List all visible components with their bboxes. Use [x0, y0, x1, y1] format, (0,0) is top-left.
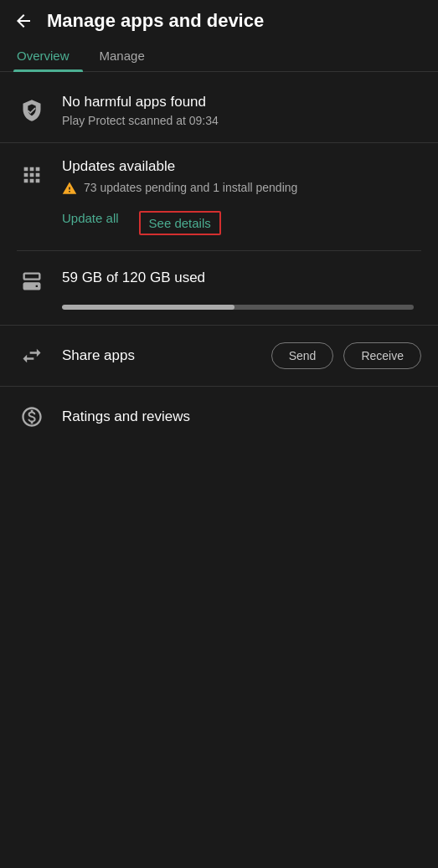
warning-row: 73 updates pending and 1 install pending: [62, 180, 421, 199]
tab-manage[interactable]: Manage: [96, 40, 158, 71]
updates-section: Updates available 73 updates pending and…: [0, 142, 438, 250]
storage-section: 59 GB of 120 GB used: [0, 251, 438, 325]
updates-warning-text: 73 updates pending and 1 install pending: [84, 180, 297, 197]
storage-title: 59 GB of 120 GB used: [62, 266, 205, 286]
play-protect-subtitle: Play Protect scanned at 09:34: [62, 114, 421, 127]
share-apps-label: Share apps: [62, 347, 271, 364]
storage-icon: [17, 266, 47, 296]
apps-icon: [17, 160, 47, 190]
share-apps-icon: [17, 341, 47, 371]
header: Manage apps and device: [0, 0, 438, 40]
updates-body: Updates available 73 updates pending and…: [62, 158, 421, 235]
ratings-section: Ratings and reviews: [0, 386, 438, 447]
receive-button[interactable]: Receive: [343, 342, 421, 369]
share-apps-section: Share apps Send Receive: [0, 325, 438, 386]
see-details-button[interactable]: See details: [139, 211, 221, 235]
updates-title: Updates available: [62, 158, 421, 175]
play-protect-title: No harmful apps found: [62, 94, 421, 110]
send-button[interactable]: Send: [271, 342, 334, 369]
tabs-bar: Overview Manage: [0, 40, 438, 72]
page-title: Manage apps and device: [47, 10, 264, 32]
storage-header: 59 GB of 120 GB used: [17, 266, 421, 296]
storage-progress-track: [62, 305, 414, 310]
action-row: Update all See details: [62, 211, 421, 235]
ratings-label: Ratings and reviews: [62, 408, 190, 425]
play-protect-body: No harmful apps found Play Protect scann…: [62, 94, 421, 127]
share-buttons: Send Receive: [271, 342, 421, 369]
ratings-icon: [17, 402, 47, 432]
warning-icon: [62, 181, 77, 199]
tab-overview[interactable]: Overview: [13, 40, 83, 71]
back-button[interactable]: [13, 11, 33, 31]
storage-progress-container: [62, 305, 421, 310]
content-area: No harmful apps found Play Protect scann…: [0, 72, 438, 454]
update-all-button[interactable]: Update all: [62, 211, 119, 235]
play-protect-section: No harmful apps found Play Protect scann…: [0, 79, 438, 142]
shield-icon: [17, 95, 47, 126]
storage-progress-fill: [62, 305, 234, 310]
